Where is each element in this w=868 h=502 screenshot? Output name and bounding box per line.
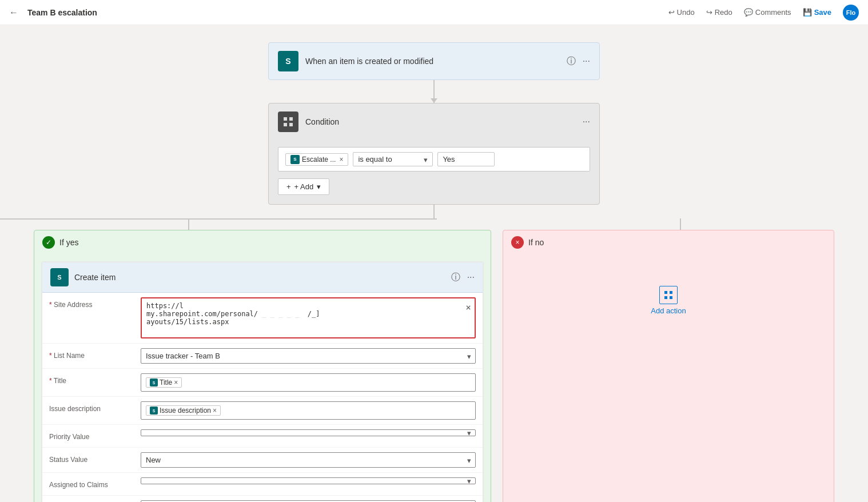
undo-button[interactable]: ↩ Undo: [668, 8, 695, 17]
operator-dropdown[interactable]: is equal to: [353, 152, 433, 166]
condition-label: Condition: [305, 117, 583, 126]
condition-header: Condition ···: [269, 103, 599, 140]
branch-no: × If no Add action: [503, 230, 834, 502]
add-action-button[interactable]: Add action: [503, 277, 834, 323]
site-address-box[interactable]: https://l my.sharepoint.com/personal/ _ …: [141, 297, 476, 338]
svg-rect-2: [284, 123, 287, 126]
branch-yes: ✓ If yes S Create item ⓘ ···: [34, 230, 491, 502]
v-left-down: [188, 218, 189, 230]
title-chip-icon: S: [150, 379, 158, 387]
create-item-card: S Create item ⓘ ··· * Site Address: [41, 261, 484, 502]
trigger-block[interactable]: S When an item is created or modified ⓘ …: [268, 42, 600, 80]
field-row-site-address: * Site Address https://l my.sharepoint.c…: [42, 293, 483, 344]
create-item-label: Create item: [74, 273, 451, 282]
branch-no-header: × If no: [503, 230, 834, 254]
topbar-actions: ↩ Undo ↪ Redo 💬 Comments 💾 Save Flo: [668, 5, 859, 21]
add-action-icon: [659, 286, 678, 304]
field-row-list-name: * List Name Issue tracker - Team B: [42, 344, 483, 369]
condition-actions: ···: [583, 117, 590, 127]
assigned-value[interactable]: [141, 477, 476, 484]
add-condition-button[interactable]: + + Add ▾: [278, 178, 329, 195]
condition-icon: [278, 111, 298, 132]
svg-rect-4: [664, 291, 667, 294]
priority-value[interactable]: [141, 429, 476, 436]
h-line: [0, 218, 437, 220]
v-line-top: [433, 205, 435, 218]
create-item-actions: ⓘ ···: [451, 272, 475, 284]
site-address-clear[interactable]: ×: [465, 302, 471, 313]
list-name-label: * List Name: [49, 348, 141, 360]
create-item-body: * Site Address https://l my.sharepoint.c…: [42, 293, 483, 502]
issue-desc-chip-remove[interactable]: ×: [213, 407, 217, 415]
create-item-icon: S: [50, 268, 69, 286]
svg-rect-7: [670, 296, 672, 299]
title-chip-remove[interactable]: ×: [174, 379, 178, 387]
condition-row: S Escalate ... × is equal to Yes: [278, 147, 590, 172]
if-yes-label: If yes: [59, 238, 78, 247]
save-button[interactable]: 💾 Save: [803, 8, 831, 17]
issue-desc-label: Issue description: [49, 401, 141, 413]
issue-desc-chip-field[interactable]: S Issue description ×: [141, 401, 476, 420]
field-row-title: * Title S Title ×: [42, 369, 483, 397]
site-address-line3: ayouts/15/lists.aspx: [146, 318, 470, 326]
branches-row: ✓ If yes S Create item ⓘ ···: [11, 230, 857, 502]
title-chip-field[interactable]: S Title ×: [141, 373, 476, 392]
topbar-title: Team B escalation: [9, 7, 97, 18]
svg-rect-0: [284, 117, 287, 121]
create-item-help-icon[interactable]: ⓘ: [451, 272, 460, 284]
priority-dropdown[interactable]: [141, 429, 476, 436]
priority-dropdown-wrapper: [141, 429, 476, 436]
trigger-label: When an item is created or modified: [305, 57, 567, 66]
field-row-date-reported: Date reported S Date reported ×: [42, 496, 483, 502]
issue-desc-chip-icon: S: [150, 407, 158, 415]
chip-sp-icon: S: [290, 155, 300, 164]
help-icon[interactable]: ⓘ: [567, 55, 576, 67]
svg-rect-1: [289, 117, 293, 121]
trigger-actions: ⓘ ···: [567, 55, 590, 67]
list-name-dropdown-wrapper: Issue tracker - Team B: [141, 348, 476, 364]
assigned-dropdown[interactable]: [141, 477, 476, 484]
title-value[interactable]: S Title ×: [141, 373, 476, 392]
field-row-priority: Priority Value: [42, 425, 483, 448]
more-icon[interactable]: ···: [583, 56, 590, 66]
condition-value: Yes: [437, 152, 495, 166]
field-row-assigned: Assigned to Claims: [42, 473, 483, 496]
comments-icon: 💬: [744, 8, 753, 17]
undo-icon: ↩: [668, 8, 675, 17]
site-address-label: * Site Address: [49, 297, 141, 309]
branch-connector-container: [34, 205, 834, 230]
list-name-dropdown[interactable]: Issue tracker - Team B: [141, 348, 476, 364]
flow-title: Team B escalation: [27, 8, 97, 17]
list-name-value[interactable]: Issue tracker - Team B: [141, 348, 476, 364]
condition-body: S Escalate ... × is equal to Yes + + Add…: [269, 140, 599, 204]
canvas: S When an item is created or modified ⓘ …: [0, 25, 868, 502]
site-address-line2: my.sharepoint.com/personal/ _ _ _ _ _ /_…: [146, 310, 470, 318]
assigned-dropdown-wrapper: [141, 477, 476, 484]
comments-button[interactable]: 💬 Comments: [744, 8, 791, 17]
issue-desc-value[interactable]: S Issue description ×: [141, 401, 476, 420]
avatar[interactable]: Flo: [843, 5, 859, 21]
trigger-icon: S: [278, 51, 298, 71]
arrow-trigger-to-condition: [433, 80, 435, 103]
site-address-value[interactable]: https://l my.sharepoint.com/personal/ _ …: [141, 297, 476, 338]
status-value[interactable]: New: [141, 452, 476, 468]
redo-button[interactable]: ↪ Redo: [706, 8, 732, 17]
status-dropdown[interactable]: New: [141, 452, 476, 468]
redo-icon: ↪: [706, 8, 712, 17]
branch-yes-header: ✓ If yes: [34, 230, 491, 254]
create-item-header[interactable]: S Create item ⓘ ···: [42, 262, 483, 293]
title-chip: S Title ×: [146, 377, 182, 388]
title-label: * Title: [49, 373, 141, 385]
create-item-more-icon[interactable]: ···: [467, 272, 475, 282]
escalate-chip[interactable]: S Escalate ... ×: [285, 153, 348, 166]
condition-more-icon[interactable]: ···: [583, 117, 590, 127]
assigned-label: Assigned to Claims: [49, 477, 141, 489]
condition-block: Condition ··· S Escalate ... × is equal …: [268, 103, 600, 205]
svg-rect-6: [664, 296, 667, 299]
topbar: Team B escalation ↩ Undo ↪ Redo 💬 Commen…: [0, 0, 868, 25]
issue-desc-chip: S Issue description ×: [146, 405, 221, 416]
chip-remove[interactable]: ×: [339, 156, 343, 164]
no-icon: ×: [511, 236, 524, 249]
if-no-label: If no: [528, 238, 544, 247]
field-row-issue-desc: Issue description S Issue description ×: [42, 397, 483, 425]
